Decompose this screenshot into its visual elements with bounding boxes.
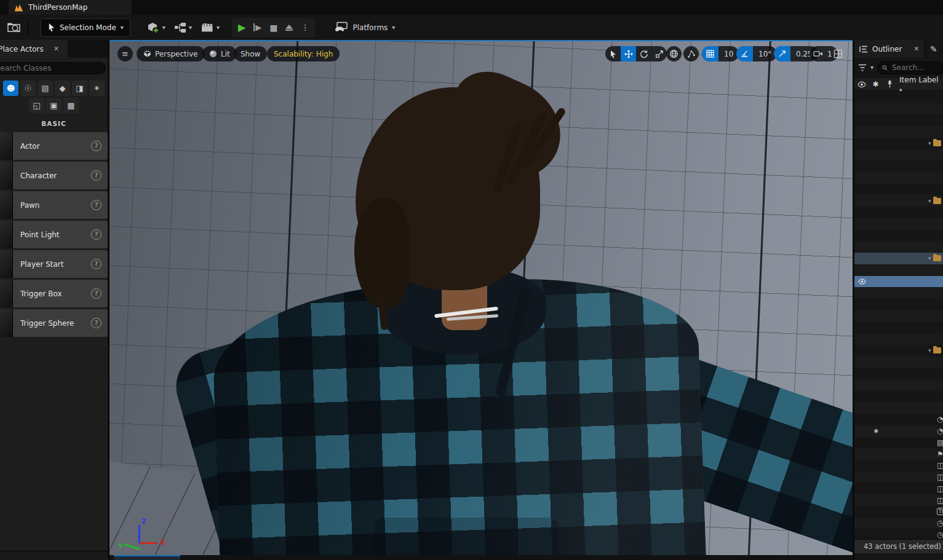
lights-icon[interactable]: ☉ [20,81,36,96]
placeable-item[interactable]: Trigger Box? [0,280,108,307]
outliner-actor-row[interactable]: ☼Sk [854,299,943,310]
outliner-actor-row[interactable]: ◔BP_A [854,414,943,425]
place-actors-tab[interactable]: Place Actors ✕ [0,40,68,58]
outliner-actor-row[interactable]: ◫SM [854,92,943,103]
outliner-actor-row[interactable]: ☀Dir [854,264,943,276]
outliner-folder-row[interactable]: ▾Bloc [854,138,943,149]
level-viewport[interactable]: ≡ Perspective Lit Show Scalability: High [109,40,853,555]
volumes-icon[interactable]: ▣ [46,98,62,113]
placeable-item[interactable]: Point Light? [0,221,108,248]
favorite-marker[interactable]: ∗ [869,427,883,435]
outliner-actor-row[interactable]: ◫SM [854,184,943,195]
expander-arrow-icon[interactable]: ▾ [928,140,931,146]
grid-snap-control[interactable]: 10 [702,46,739,61]
cinematic-icon[interactable]: ▤ [38,81,53,96]
add-actor-button[interactable]: ▾ [146,21,165,34]
outliner-actor-row[interactable]: ◫SM [854,357,943,368]
outliner-actor-row[interactable]: ◫SM [854,379,943,391]
world-coordinate-button[interactable] [666,46,682,61]
play-button[interactable]: ▶ [238,23,245,33]
placeable-item[interactable]: Character? [0,162,108,189]
outliner-actor-row[interactable]: ⚑Playe [854,448,943,460]
platforms-dropdown[interactable]: Platforms ▾ [333,22,395,33]
outliner-actor-row[interactable]: ◫SM [854,126,943,138]
move-tool-button[interactable] [621,46,636,61]
outliner-actor-row[interactable]: ▤New [854,437,943,449]
scalability-warning[interactable]: Scalability: High [267,46,340,61]
viewport-layout-button[interactable] [830,46,846,61]
outliner-actor-row[interactable]: ◫SM_ [854,460,943,471]
outliner-actor-row[interactable]: ☁Ex [854,276,943,288]
placeable-item[interactable]: Pawn? [0,191,108,219]
recently-placed-icon[interactable]: ☻ [3,81,18,96]
outliner-actor-row[interactable]: ◫SM [854,230,943,242]
outliner-actor-row[interactable]: ◫SM [854,402,943,414]
shapes-icon[interactable]: ◆ [55,81,70,96]
outliner-actor-row[interactable]: ◫SM [854,149,943,161]
geometry-icon[interactable]: ◱ [29,98,44,113]
outliner-actor-row[interactable]: ◠Sk [854,310,943,322]
favorite-column-header[interactable]: ✱ [869,80,883,89]
outliner-actor-row[interactable]: ◫SM [854,103,943,115]
rotation-snap-control[interactable]: 10° [736,46,777,61]
stop-button[interactable]: ■ [269,23,277,32]
placeable-item[interactable]: Actor? [0,132,108,160]
outliner-actor-row[interactable]: ◫SM [854,114,943,126]
scale-snap-icon[interactable] [774,46,790,61]
outliner-actor-row[interactable]: ∗◔BP_D [854,425,943,437]
help-icon[interactable]: ? [91,200,101,210]
outliner-folder-row[interactable]: ▾Light [854,253,943,264]
expander-arrow-icon[interactable]: ▾ [928,198,931,204]
outliner-actor-row[interactable]: ◫SM [854,218,943,230]
surface-snapping-button[interactable] [683,46,699,61]
outliner-actor-row[interactable]: ◫SM [854,241,943,253]
outliner-actor-row[interactable]: ☁Vo [854,333,943,345]
help-icon[interactable]: ? [91,170,101,181]
eject-button[interactable] [285,25,293,31]
visibility-toggle[interactable] [854,278,869,285]
close-icon[interactable]: ✕ [913,45,919,53]
outliner-search-field[interactable] [877,61,943,74]
lit-dropdown[interactable]: Lit [202,46,237,61]
outliner-folder-row[interactable]: ▾Play [854,345,943,357]
selection-mode-dropdown[interactable]: Selection Mode ▾ [41,18,130,37]
panel-divider[interactable] [108,40,109,560]
pin-column-header[interactable] [882,80,897,89]
all-classes-icon[interactable]: ▩ [63,98,79,113]
outliner-actor-row[interactable]: ◫SM [854,172,943,184]
help-icon[interactable]: ? [91,141,101,151]
outliner-actor-row[interactable]: ◫SM [854,207,943,218]
item-label-column-header[interactable]: Item Label ▴ [899,76,943,93]
chevron-down-icon[interactable]: ▾ [870,65,873,71]
outliner-actor-row[interactable]: ◷Worl [854,518,943,529]
placeable-item[interactable]: Player Start? [0,250,108,278]
outliner-actor-row[interactable]: ◫SM [854,160,943,172]
viewport-options-menu[interactable]: ≡ [117,46,133,61]
select-tool-button[interactable] [605,46,621,61]
help-icon[interactable]: ? [91,229,101,240]
scale-tool-button[interactable] [651,46,667,61]
placeable-item[interactable]: Trigger Sphere? [0,309,108,337]
cinematics-button[interactable]: ▾ [201,22,220,33]
visual-effects-icon[interactable]: ◨ [72,81,87,96]
content-browser-button[interactable] [3,18,24,37]
filter-funnel-icon[interactable] [858,64,867,71]
rotation-snap-icon[interactable] [736,46,753,61]
expander-arrow-icon[interactable]: ▾ [928,255,931,261]
frame-skip-button[interactable]: ▶ [253,23,261,31]
perspective-dropdown[interactable]: Perspective [137,46,205,61]
grid-snap-icon[interactable] [702,46,718,61]
outliner-actor-row[interactable]: ◫SM_ [854,483,943,494]
outliner-actor-row[interactable]: ◫SM [854,321,943,333]
show-dropdown[interactable]: Show [234,46,267,61]
outliner-actor-row[interactable]: TtText [854,506,943,518]
outliner-tab[interactable]: Outliner ✕ [854,40,924,58]
bottom-dock-tab[interactable] [114,555,180,560]
visibility-column-header[interactable] [854,81,869,88]
outliner-folder-row[interactable]: ▾Cylin [854,195,943,207]
details-tab-partial[interactable]: ✎ [926,40,943,58]
search-classes-input[interactable] [0,63,100,73]
close-icon[interactable]: ✕ [54,45,59,53]
more-options-button[interactable]: ⋮ [301,23,309,31]
rotate-tool-button[interactable] [636,46,651,61]
